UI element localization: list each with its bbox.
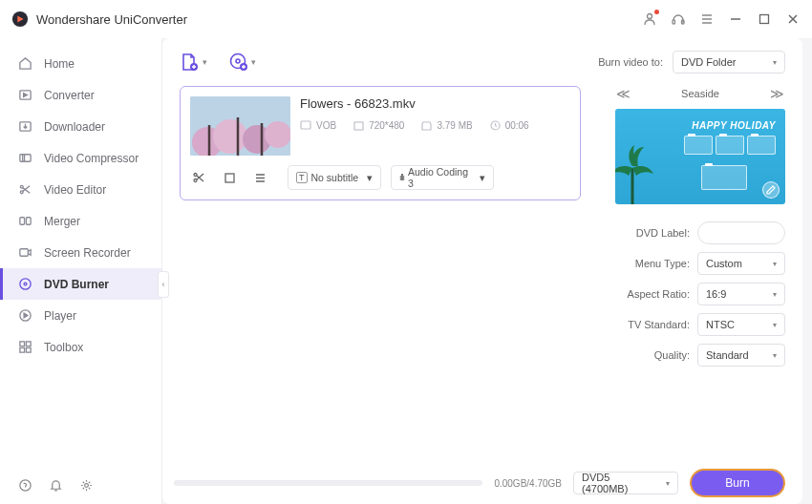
sidebar-item-label: Converter bbox=[44, 89, 95, 102]
sidebar-item-label: DVD Burner bbox=[44, 278, 109, 291]
audio-select[interactable]: ıllıAudio Coding 3▾ bbox=[391, 165, 494, 190]
crop-button[interactable] bbox=[221, 169, 238, 186]
sidebar-item-downloader[interactable]: Downloader bbox=[0, 111, 161, 142]
svg-point-28 bbox=[213, 119, 247, 154]
svg-rect-16 bbox=[19, 342, 24, 346]
dvd-label-label: DVD Label: bbox=[636, 227, 690, 239]
converter-icon bbox=[17, 88, 32, 103]
sidebar-item-home[interactable]: Home bbox=[0, 48, 161, 79]
sidebar-item-dvd-burner[interactable]: DVD Burner bbox=[0, 268, 161, 300]
sidebar-item-label: Toolbox bbox=[44, 341, 83, 354]
progress-text: 0.00GB/4.70GB bbox=[494, 478, 562, 489]
app-logo bbox=[11, 10, 29, 28]
svg-rect-19 bbox=[26, 347, 31, 352]
quality-label: Quality: bbox=[654, 349, 690, 361]
file-size: 3.79 MB bbox=[437, 120, 472, 131]
grid-icon bbox=[17, 340, 32, 355]
more-button[interactable] bbox=[251, 169, 268, 186]
sidebar-item-label: Downloader bbox=[44, 120, 105, 134]
burn-button[interactable]: Burn bbox=[690, 469, 785, 497]
sidebar-item-label: Home bbox=[44, 57, 75, 71]
video-thumbnail[interactable] bbox=[190, 96, 290, 156]
tv-standard-label: TV Standard: bbox=[628, 319, 690, 330]
svg-rect-31 bbox=[301, 121, 310, 129]
sidebar-item-toolbox[interactable]: Toolbox bbox=[0, 331, 161, 363]
sidebar-item-label: Merger bbox=[44, 215, 80, 228]
trim-button[interactable] bbox=[190, 169, 207, 186]
svg-point-14 bbox=[24, 283, 27, 285]
svg-rect-4 bbox=[760, 15, 769, 24]
toolbar: ▾ ▾ Burn video to: DVD Folder▾ bbox=[162, 38, 802, 86]
app-title: Wondershare UniConverter bbox=[36, 12, 187, 27]
compressor-icon bbox=[17, 151, 32, 166]
user-icon[interactable] bbox=[642, 11, 657, 27]
template-preview: HAPPY HOLIDAY bbox=[615, 109, 785, 204]
tv-standard-select[interactable]: NTSC▾ bbox=[697, 313, 785, 336]
help-icon[interactable] bbox=[17, 477, 32, 493]
sidebar-item-label: Video Compressor bbox=[44, 152, 139, 165]
disc-icon bbox=[17, 277, 32, 292]
play-icon bbox=[17, 308, 32, 324]
subtitle-select[interactable]: TNo subtitle▾ bbox=[288, 165, 381, 190]
add-file-button[interactable]: ▾ bbox=[180, 52, 207, 73]
home-icon bbox=[17, 56, 32, 72]
sidebar-item-label: Player bbox=[44, 309, 76, 323]
scissors-icon bbox=[17, 182, 32, 198]
svg-rect-18 bbox=[19, 347, 24, 352]
svg-point-34 bbox=[194, 174, 197, 177]
file-format: VOB bbox=[316, 120, 336, 131]
recorder-icon bbox=[17, 245, 32, 261]
menu-type-label: Menu Type: bbox=[635, 258, 690, 269]
file-name: Flowers - 66823.mkv bbox=[300, 96, 570, 111]
headset-icon[interactable] bbox=[671, 11, 686, 27]
bell-icon[interactable] bbox=[48, 477, 63, 493]
svg-point-30 bbox=[265, 121, 290, 148]
aspect-ratio-label: Aspect Ratio: bbox=[628, 288, 690, 300]
sidebar-item-player[interactable]: Player bbox=[0, 300, 161, 331]
disc-size-select[interactable]: DVD5 (4700MB)▾ bbox=[573, 472, 678, 494]
file-resolution: 720*480 bbox=[369, 120, 404, 131]
menu-type-select[interactable]: Custom▾ bbox=[697, 252, 785, 275]
download-icon bbox=[17, 119, 32, 135]
sidebar-item-converter[interactable]: Converter bbox=[0, 79, 161, 111]
svg-rect-7 bbox=[19, 155, 30, 162]
svg-point-24 bbox=[236, 59, 240, 63]
svg-rect-12 bbox=[19, 249, 27, 257]
svg-rect-2 bbox=[673, 20, 675, 24]
merger-icon bbox=[17, 214, 32, 229]
sidebar-item-label: Screen Recorder bbox=[44, 246, 131, 260]
sidebar-item-editor[interactable]: Video Editor bbox=[0, 174, 161, 205]
svg-rect-10 bbox=[19, 218, 24, 225]
menu-icon[interactable] bbox=[699, 11, 715, 27]
burn-to-select[interactable]: DVD Folder▾ bbox=[673, 51, 785, 74]
add-disc-button[interactable]: ▾ bbox=[228, 52, 256, 73]
dvd-label-input[interactable] bbox=[697, 221, 785, 244]
sidebar-item-compressor[interactable]: Video Compressor bbox=[0, 142, 161, 174]
template-prev-button[interactable]: ≪ bbox=[615, 86, 630, 101]
aspect-ratio-select[interactable]: 16:9▾ bbox=[697, 283, 785, 305]
edit-template-button[interactable] bbox=[762, 181, 780, 199]
svg-rect-11 bbox=[26, 218, 31, 225]
svg-point-1 bbox=[648, 14, 652, 19]
svg-point-13 bbox=[19, 279, 30, 289]
sidebar-collapse-button[interactable]: ‹ bbox=[158, 271, 169, 298]
burn-to-label: Burn video to: bbox=[598, 56, 663, 68]
settings-icon[interactable] bbox=[78, 477, 94, 493]
template-name: Seaside bbox=[681, 88, 719, 99]
sidebar: Home Converter Downloader Video Compress… bbox=[0, 38, 162, 504]
maximize-button[interactable] bbox=[757, 11, 772, 27]
svg-rect-17 bbox=[26, 342, 31, 346]
progress-bar bbox=[174, 480, 482, 486]
svg-rect-36 bbox=[225, 174, 234, 182]
svg-rect-32 bbox=[354, 122, 363, 130]
template-next-button[interactable]: ≫ bbox=[770, 86, 785, 101]
minimize-button[interactable] bbox=[728, 11, 743, 27]
close-button[interactable] bbox=[785, 11, 801, 27]
file-card: Flowers - 66823.mkv VOB 720*480 3.79 MB … bbox=[180, 86, 581, 200]
sidebar-item-recorder[interactable]: Screen Recorder bbox=[0, 237, 161, 268]
quality-select[interactable]: Standard▾ bbox=[697, 344, 785, 367]
sidebar-item-merger[interactable]: Merger bbox=[0, 205, 161, 237]
sidebar-item-label: Video Editor bbox=[44, 183, 106, 197]
titlebar: Wondershare UniConverter bbox=[0, 0, 812, 38]
svg-point-21 bbox=[84, 483, 88, 487]
